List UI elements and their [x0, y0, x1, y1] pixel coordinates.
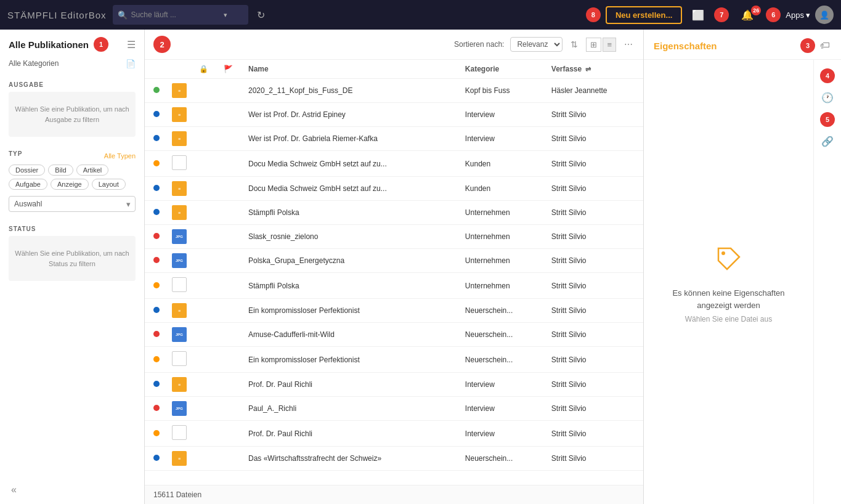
name-cell: Amuse-Cadufferli-mit-Wild	[242, 323, 459, 347]
type-tag-artikel[interactable]: Artikel	[76, 165, 109, 176]
status-dot-cell	[145, 177, 166, 201]
col-verfasser-header[interactable]: Verfasse ⇌	[545, 60, 643, 79]
col-lock-header: 🔒	[193, 60, 217, 79]
table-row[interactable]: JPG Polska_Grupa_Energetyczna Unternehme…	[145, 249, 643, 273]
type-tag-bild[interactable]: Bild	[48, 165, 73, 176]
all-categories-row: Alle Kategorien 📄	[0, 57, 144, 75]
status-dot-cell	[145, 323, 166, 347]
name-cell: Docu Media Schweiz GmbH setzt auf zu...	[242, 177, 459, 201]
files-table: 🔒 🚩 Name Kategorie Verfasse ⇌	[145, 60, 643, 471]
status-dot-cell	[145, 397, 166, 421]
doc-icon: ≡	[172, 451, 187, 466]
jpg-icon: JPG	[172, 327, 187, 342]
file-name: Amuse-Cadufferli-mit-Wild	[248, 330, 396, 339]
file-table-body: ≡ 2020_2_11_Kopf_bis_Fuss_DE Kopf bis Fu…	[145, 79, 643, 471]
jpg-icon: JPG	[172, 401, 187, 416]
verfasser-cell: Stritt Silvio	[545, 273, 643, 299]
lock-cell	[193, 397, 217, 421]
table-row[interactable]: ≡ Das «Wirtschaftsstrafrecht der Schweiz…	[145, 447, 643, 471]
search-dropdown-btn[interactable]: ▾	[221, 10, 230, 20]
lock-cell	[193, 79, 217, 103]
type-tags-container: Dossier Bild Artikel Aufgabe Anzeige Lay…	[9, 165, 136, 190]
sort-arrows-icon: ⇅	[571, 39, 578, 49]
sidebar-collapse-btn[interactable]: «	[6, 482, 22, 498]
sort-direction-btn[interactable]: ⇅	[569, 38, 580, 51]
status-dot	[153, 307, 160, 313]
table-row[interactable]: JPG Amuse-Cadufferli-mit-Wild Neuerschei…	[145, 323, 643, 347]
apps-chevron-icon: ▾	[806, 10, 810, 20]
sidebar-list-icon-btn[interactable]: ☰	[127, 39, 136, 51]
table-row[interactable]: ≡ Wer ist Prof. Dr. Astrid Epiney Interv…	[145, 103, 643, 127]
grid-icon: ⊞	[590, 40, 597, 49]
col-name-header[interactable]: Name	[242, 60, 459, 79]
status-dot-cell	[145, 273, 166, 299]
neu-erstellen-button[interactable]: Neu erstellen...	[606, 6, 682, 24]
list-view-btn[interactable]: ≡	[603, 38, 616, 52]
table-row[interactable]: Stämpfli Polska Unternehmen Stritt Silvi…	[145, 273, 643, 299]
type-tag-dossier[interactable]: Dossier	[9, 165, 45, 176]
search-input[interactable]	[131, 10, 217, 19]
type-tag-layout[interactable]: Layout	[92, 179, 126, 190]
export-btn[interactable]: ⬜	[687, 7, 709, 23]
apps-btn[interactable]: Apps ▾	[786, 10, 810, 20]
properties-main: Es können keine Eigenschaften angezeigt …	[644, 60, 813, 504]
table-row[interactable]: JPG Slask_rosnie_zielono Unternehmen Str…	[145, 225, 643, 249]
col-flag-header: 🚩	[217, 60, 242, 79]
main-layout: Alle Publikationen 1 ☰ Alle Kategorien 📄…	[0, 30, 841, 504]
filter-icon: ⇌	[585, 65, 591, 73]
history-btn[interactable]: 🕐	[820, 91, 835, 105]
flag-cell	[217, 299, 242, 323]
doc-icon: ≡	[172, 205, 187, 220]
apps-label: Apps	[786, 10, 804, 20]
table-row[interactable]: ≡ Docu Media Schweiz GmbH setzt auf zu..…	[145, 177, 643, 201]
grid-view-btn[interactable]: ⊞	[586, 38, 601, 52]
table-row[interactable]: ≡ Wer ist Prof. Dr. Gabriela Riemer-Kafk…	[145, 127, 643, 151]
table-row[interactable]: Docu Media Schweiz GmbH setzt auf zu... …	[145, 151, 643, 177]
col-kategorie-header[interactable]: Kategorie	[459, 60, 545, 79]
verfasser-cell: Stritt Silvio	[545, 373, 643, 397]
blank-icon	[172, 351, 187, 366]
more-options-btn[interactable]: ⋯	[622, 38, 635, 51]
doc-icon: ≡	[172, 377, 187, 392]
status-dot-cell	[145, 151, 166, 177]
table-row[interactable]: ≡ Stämpfli Polska Unternehmen Stritt Sil…	[145, 201, 643, 225]
avatar-btn[interactable]: 👤	[815, 6, 834, 24]
circle-7: 7	[714, 7, 729, 22]
file-name: Wer ist Prof. Dr. Gabriela Riemer-Kafka	[248, 134, 396, 143]
icon-cell: JPG	[166, 249, 193, 273]
tag-icon-btn[interactable]: 🏷	[819, 39, 831, 52]
link-btn[interactable]: 🔗	[820, 134, 835, 148]
topbar: STÄMPFLI EditorBox 🔍 ▾ ↻ 8 Neu erstellen…	[0, 0, 841, 30]
status-section: STATUS Wählen Sie eine Publikation, um n…	[0, 219, 144, 288]
icon-cell: ≡	[166, 103, 193, 127]
table-row[interactable]: ≡ Ein kompromissloser Perfektionist Neue…	[145, 299, 643, 323]
table-row[interactable]: ≡ 2020_2_11_Kopf_bis_Fuss_DE Kopf bis Fu…	[145, 79, 643, 103]
status-dot-cell	[145, 249, 166, 273]
notifications-btn[interactable]: 🔔 26	[734, 7, 761, 23]
flag-cell	[217, 447, 242, 471]
auswahl-select[interactable]: Auswahl	[9, 196, 136, 212]
table-row[interactable]: JPG Paul_A._Richli Interview Stritt Silv…	[145, 397, 643, 421]
all-categories-label: Alle Kategorien	[9, 59, 59, 68]
kategorie-cell: Interview	[459, 127, 545, 151]
alle-typen-btn[interactable]: Alle Typen	[104, 152, 136, 160]
all-categories-icon-btn[interactable]: 📄	[126, 58, 136, 69]
properties-header: Eigenschaften 3 🏷	[644, 30, 841, 60]
lock-cell	[193, 299, 217, 323]
table-row[interactable]: Ein kompromissloser Perfektionist Neuers…	[145, 347, 643, 373]
sort-select[interactable]: Relevanz Name Datum	[510, 37, 563, 52]
kategorie-cell: Unternehmen	[459, 273, 545, 299]
icon-cell: JPG	[166, 323, 193, 347]
refresh-btn[interactable]: ↻	[254, 7, 267, 23]
lock-cell	[193, 373, 217, 397]
name-cell: Wer ist Prof. Dr. Gabriela Riemer-Kafka	[242, 127, 459, 151]
table-row[interactable]: ≡ Prof. Dr. Paul Richli Interview Stritt…	[145, 373, 643, 397]
typ-section-title: TYP	[9, 150, 22, 157]
table-row[interactable]: Prof. Dr. Paul Richli Interview Stritt S…	[145, 421, 643, 447]
type-tag-anzeige[interactable]: Anzeige	[51, 179, 89, 190]
verfasser-cell: Stritt Silvio	[545, 201, 643, 225]
verfasser-cell: Stritt Silvio	[545, 421, 643, 447]
flag-cell	[217, 103, 242, 127]
file-name: Das «Wirtschaftsstrafrecht der Schweiz»	[248, 454, 396, 463]
type-tag-aufgabe[interactable]: Aufgabe	[9, 179, 47, 190]
